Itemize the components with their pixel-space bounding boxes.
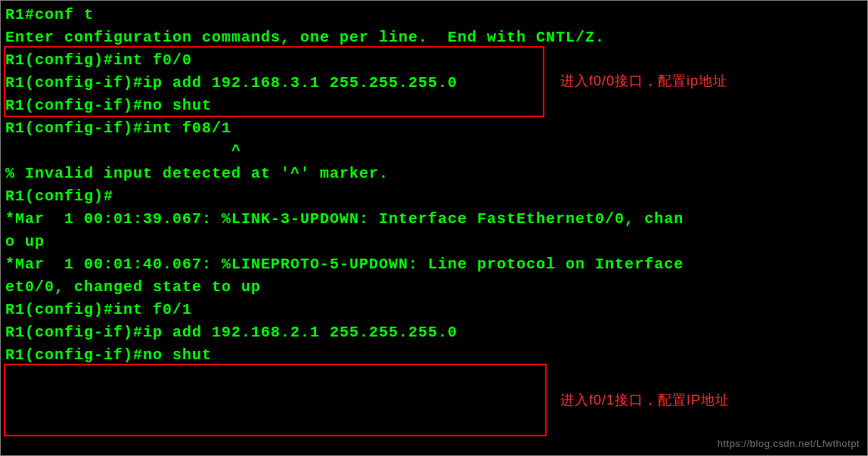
annotation-2: 进入f0/1接口，配置IP地址 [560, 391, 730, 409]
terminal-line: % Invalid input detected at '^' marker. [5, 163, 863, 185]
terminal-line: R1(config)#int f0/1 [5, 299, 863, 321]
highlight-box-2 [4, 364, 547, 436]
terminal-line: ^ [5, 140, 863, 163]
terminal-line: R1(config-if)#int f08/1 [5, 117, 863, 140]
annotation-1: 进入f0/0接口，配置ip地址 [560, 72, 727, 90]
terminal-output[interactable]: R1#conf t Enter configuration commands, … [1, 1, 867, 370]
terminal-line: R1#conf t [5, 4, 863, 26]
terminal-line: R1(config-if)#ip add 192.168.3.1 255.255… [5, 72, 863, 95]
terminal-line: R1(config)#int f0/0 [5, 49, 863, 72]
terminal-line: R1(config)# [5, 185, 863, 208]
terminal-line: Enter configuration commands, one per li… [5, 26, 863, 49]
terminal-line: R1(config-if)#no shut [5, 95, 863, 117]
watermark: https://blog.csdn.net/Lfwthotpt [718, 438, 860, 449]
terminal-line: *Mar 1 00:01:40.067: %LINEPROTO-5-UPDOWN… [5, 253, 863, 276]
terminal-line: et0/0, changed state to up [5, 276, 863, 299]
terminal-line: o up [5, 231, 863, 253]
terminal-line: R1(config-if)#ip add 192.168.2.1 255.255… [5, 321, 863, 344]
terminal-line: *Mar 1 00:01:39.067: %LINK-3-UPDOWN: Int… [5, 208, 863, 231]
terminal-line: R1(config-if)#no shut [5, 344, 863, 367]
